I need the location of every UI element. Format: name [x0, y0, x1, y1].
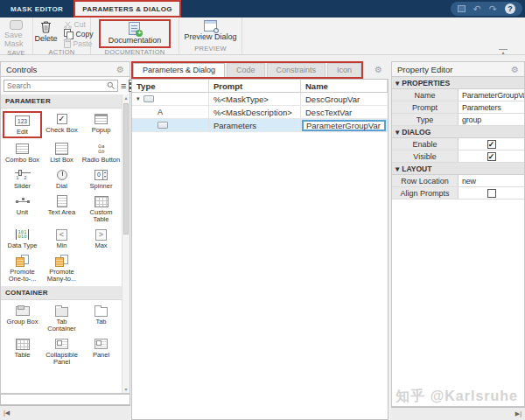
control-item-text-area[interactable]: Text Area	[42, 193, 81, 224]
search-input[interactable]	[4, 81, 107, 90]
control-item-min[interactable]: < Min	[42, 227, 81, 250]
panel-control-icon	[94, 339, 108, 349]
control-item-popup[interactable]: Popup	[81, 111, 121, 138]
name-edit-field[interactable]: ParameterGroupVar	[302, 120, 386, 131]
property-row-align-prompts: Align Prompts	[392, 187, 524, 200]
tab-mask-editor[interactable]: MASK EDITOR	[0, 0, 74, 18]
control-item-slider[interactable]: 1 2 Slider	[3, 167, 42, 191]
controls-search-row: ≡	[0, 77, 130, 94]
delete-button[interactable]: Delete	[31, 19, 62, 44]
table-row[interactable]: ▾ %<MaskType> DescGroupVar	[132, 93, 388, 106]
unit-control-icon	[15, 196, 31, 206]
gear-icon[interactable]: ⚙	[116, 65, 124, 74]
tab-parameters-and-dialog[interactable]: Parameters & Dialog	[133, 63, 225, 77]
section-expander-icon[interactable]: ▾	[396, 79, 399, 88]
help-icon[interactable]: ?	[505, 4, 515, 14]
save-mask-button[interactable]: Save Mask	[0, 19, 32, 49]
control-item-promote-many[interactable]: Promote Many-to...	[42, 253, 81, 284]
control-item-promote-one[interactable]: Promote One-to-...	[3, 253, 42, 284]
watermark: 知乎 @Karlsruhe	[396, 388, 518, 406]
preview-dialog-icon	[204, 20, 217, 32]
preview-dialog-button[interactable]: Preview Dialog	[179, 19, 241, 42]
section-dialog[interactable]: ▾ DIALOG	[392, 126, 524, 138]
prompt-value-field[interactable]: Parameters	[458, 102, 524, 113]
control-item-max[interactable]: > Max	[81, 227, 121, 250]
name-cell[interactable]: DescGroupVar	[301, 93, 388, 105]
control-item-table[interactable]: Table	[3, 336, 42, 367]
collapse-right-icon[interactable]: ▶|	[515, 410, 522, 417]
control-item-tab-container[interactable]: Tab Container	[42, 303, 81, 333]
name-cell[interactable]: DescTextVar	[301, 106, 388, 118]
title-bar: MASK EDITOR PARAMETERS & DIALOG ↶ ↷ ?	[0, 0, 525, 18]
search-box	[4, 80, 118, 92]
column-header-type[interactable]: Type	[132, 80, 209, 92]
table-row[interactable]: A %<MaskDescription> DescTextVar	[132, 106, 388, 119]
tab-code[interactable]: Code	[227, 63, 265, 77]
tab-constraints[interactable]: Constraints	[267, 63, 326, 77]
control-item-group-box[interactable]: Group Box	[3, 303, 42, 333]
control-item-tab[interactable]: Tab	[81, 303, 121, 333]
list-view-button[interactable]: ≡	[121, 80, 126, 92]
control-item-edit[interactable]: 123 Edit	[3, 111, 42, 138]
checkbox-control-icon: ✓	[57, 114, 67, 124]
control-item-data-type[interactable]: 101010 Data Type	[3, 227, 42, 250]
paste-button[interactable]: Paste	[64, 39, 94, 48]
type-value-field[interactable]: group	[458, 114, 524, 125]
align-prompts-checkbox[interactable]	[487, 189, 496, 198]
column-header-name[interactable]: Name	[301, 80, 388, 92]
undo-icon[interactable]: ↶	[473, 4, 481, 14]
controls-panel-title: Controls	[6, 65, 37, 74]
tab-parameters-dialog[interactable]: PARAMETERS & DIALOG	[74, 0, 180, 18]
control-item-combo-box[interactable]: Combo Box	[3, 141, 42, 164]
column-header-prompt[interactable]: Prompt	[209, 80, 301, 92]
scroll-down-icon[interactable]: ▼	[122, 387, 130, 392]
prompt-cell[interactable]: %<MaskDescription>	[209, 106, 301, 118]
cut-button[interactable]: Cut	[64, 20, 94, 29]
control-item-custom-table[interactable]: Custom Table	[81, 193, 121, 224]
edit-control-icon: 123	[15, 116, 30, 126]
scrollbar-thumb[interactable]	[123, 103, 129, 234]
left-bottom-strip	[0, 394, 130, 405]
collapse-left-icon[interactable]: |◀	[4, 410, 10, 416]
enable-checkbox[interactable]: ✓	[487, 140, 496, 149]
expander-icon[interactable]: ▾	[136, 95, 140, 102]
name-value-field[interactable]: ParameterGroupVar	[458, 89, 524, 101]
gear-icon[interactable]: ⚙	[511, 65, 519, 74]
row-location-value-field[interactable]: new	[458, 175, 524, 186]
left-collapse-bar[interactable]: |◀	[0, 405, 130, 420]
section-expander-icon[interactable]: ▾	[396, 128, 399, 136]
property-row-prompt: Prompt Parameters	[392, 102, 524, 114]
right-collapse-bar[interactable]: ▶|	[391, 407, 525, 420]
ribbon-collapse-icon[interactable]: ▲	[499, 49, 508, 55]
control-item-collapsible-panel[interactable]: Collapsible Panel	[42, 336, 81, 367]
tab-icon[interactable]: Icon	[327, 63, 361, 77]
control-item-list-box[interactable]: List Box	[42, 141, 81, 164]
slider-control-icon: 1 2	[14, 170, 32, 181]
prompt-cell[interactable]: %<MaskType>	[209, 93, 301, 105]
controls-scrollbar[interactable]: ▲ ▼	[122, 94, 130, 393]
property-row-row-location: Row Location new	[392, 175, 524, 187]
documentation-icon: +	[129, 22, 140, 35]
parameter-section-header[interactable]: PARAMETER	[1, 94, 130, 108]
section-layout[interactable]: ▾ LAYOUT	[392, 163, 524, 175]
container-section-header[interactable]: CONTAINER	[1, 286, 130, 300]
control-item-unit[interactable]: Unit	[3, 193, 42, 224]
section-expander-icon[interactable]: ▾	[396, 164, 399, 173]
gear-icon[interactable]: ⚙	[374, 65, 382, 74]
section-properties[interactable]: ▾ PROPERTIES	[392, 77, 524, 89]
control-item-dial[interactable]: Dial	[42, 167, 81, 191]
redo-icon[interactable]: ↷	[489, 4, 497, 14]
visible-checkbox[interactable]: ✓	[487, 152, 496, 161]
min-control-icon: <	[56, 229, 67, 241]
scroll-up-icon[interactable]: ▲	[122, 95, 130, 101]
documentation-button[interactable]: + Documentation	[104, 21, 166, 46]
save-icon[interactable]	[458, 5, 466, 12]
max-control-icon: >	[95, 229, 107, 241]
control-item-radio-button[interactable]: ⊙a ⊙b Radio Button	[81, 141, 121, 164]
control-item-panel[interactable]: Panel	[81, 336, 121, 367]
table-row-selected[interactable]: Parameters ParameterGroupVar	[132, 119, 388, 132]
prompt-cell[interactable]: Parameters	[209, 119, 301, 131]
control-item-check-box[interactable]: ✓ Check Box	[42, 111, 81, 138]
control-item-spinner[interactable]: 0▲▼ Spinner	[81, 167, 121, 191]
copy-button[interactable]: Copy	[64, 30, 94, 38]
